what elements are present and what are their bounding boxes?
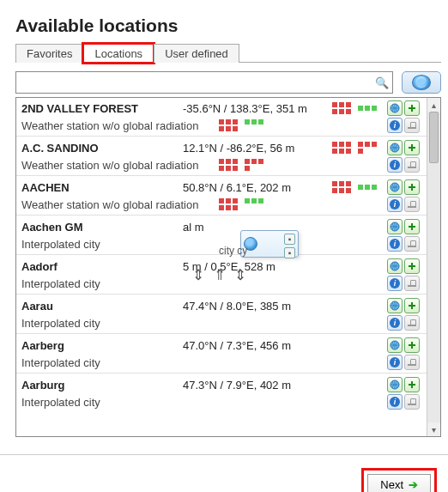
scroll-track[interactable] [427,112,440,422]
show-on-map-button[interactable] [387,179,403,195]
location-coords: 47.0°N / 7.3°E, 456 m [183,339,332,352]
tabs-bar: Favorites Locations User defined [15,43,441,63]
scroll-thumb[interactable] [429,112,439,163]
data-periods [332,102,387,114]
add-location-button[interactable] [404,179,420,195]
add-location-button[interactable] [404,337,420,353]
show-on-map-button[interactable] [387,298,403,313]
location-name: Aarau [21,300,183,313]
cursor-decor: ⇕ ⇑ ⇕ [192,266,249,284]
data-periods [332,181,387,193]
popup-top-icon: ▪ [284,234,295,245]
details-button[interactable] [404,394,420,410]
info-icon: i [390,199,400,210]
data-periods-extra [219,119,263,131]
scroll-down-icon[interactable]: ▾ [427,422,440,436]
add-location-button[interactable] [404,100,420,116]
show-on-map-button[interactable] [387,100,403,116]
add-location-button[interactable] [404,219,420,234]
location-row[interactable]: Aarburg47.3°N / 7.9°E, 402 mInterpolated… [16,374,427,410]
location-row[interactable]: AACHEN50.8°N / 6.1°E, 202 mWeather stati… [16,177,427,213]
info-icon: i [390,160,400,170]
details-button[interactable] [404,157,420,173]
add-location-button[interactable] [404,140,420,155]
info-button[interactable]: i [387,394,403,410]
tooltip-popup: ▪ ▪ [240,230,299,258]
add-location-button[interactable] [404,298,420,313]
location-desc: Interpolated city [21,238,219,251]
search-input[interactable] [15,71,393,94]
row-divider [16,175,427,176]
add-location-button[interactable] [404,377,420,392]
show-on-map-button[interactable] [387,377,403,392]
details-button[interactable] [404,197,420,212]
next-button-label: Next [380,478,403,491]
popup-bottom-icon: ▪ [284,247,295,258]
add-location-button[interactable] [404,258,420,274]
location-name: AACHEN [21,181,183,194]
arrow-right-icon: ➔ [409,478,418,491]
show-on-map-button[interactable] [387,140,403,155]
info-button[interactable]: i [387,157,403,173]
info-button[interactable]: i [387,197,403,212]
data-periods-extra [219,159,263,171]
location-name: Aarburg [21,379,183,392]
location-coords: 47.4°N / 8.0°E, 385 m [183,300,332,313]
location-desc: Interpolated city [21,277,219,290]
cursor-label: city cy [219,245,247,257]
row-divider [16,136,427,137]
location-name: A.C. SANDINO [21,142,183,155]
info-icon: i [390,120,400,131]
location-name: Aarberg [21,339,183,352]
tab-favorites[interactable]: Favorites [15,44,83,63]
location-desc: Interpolated city [21,396,219,409]
location-desc: Weather station w/o global radiation [21,119,219,132]
location-name: Aadorf [21,260,183,273]
location-coords: 12.1°N / -86.2°E, 56 m [183,142,332,155]
tab-locations[interactable]: Locations [83,44,154,63]
row-divider [16,333,427,334]
data-periods-extra [219,198,263,210]
info-icon: i [390,397,400,407]
location-desc: Weather station w/o global radiation [21,198,219,211]
info-button[interactable]: i [387,355,403,370]
info-icon: i [390,357,400,367]
next-button[interactable]: Next ➔ [367,474,431,492]
info-icon: i [390,278,400,289]
info-button[interactable]: i [387,118,403,133]
info-button[interactable]: i [387,276,403,291]
info-button[interactable]: i [387,315,403,331]
location-coords: 47.3°N / 7.9°E, 402 m [183,379,332,392]
details-button[interactable] [404,118,420,133]
row-divider [16,294,427,295]
info-button[interactable]: i [387,236,403,252]
location-coords: 50.8°N / 6.1°E, 202 m [183,181,332,194]
show-on-map-button[interactable] [387,337,403,353]
location-name: Aachen GM [21,221,183,234]
location-row[interactable]: A.C. SANDINO12.1°N / -86.2°E, 56 mWeathe… [16,137,427,173]
location-row[interactable]: Aarberg47.0°N / 7.3°E, 456 mInterpolated… [16,335,427,371]
row-divider [16,373,427,374]
row-divider [16,215,427,216]
location-coords: -35.6°N / 138.3°E, 351 m [183,102,332,115]
location-desc: Interpolated city [21,356,219,369]
show-on-map-button[interactable] [387,219,403,234]
details-button[interactable] [404,276,420,291]
location-row[interactable]: Aarau47.4°N / 8.0°E, 385 mInterpolated c… [16,295,427,331]
tab-user-defined[interactable]: User defined [154,44,239,63]
globe-icon [412,75,431,90]
details-button[interactable] [404,236,420,252]
info-icon: i [390,318,400,328]
location-row[interactable]: 2ND VALLEY FOREST-35.6°N / 138.3°E, 351 … [16,98,427,134]
info-icon: i [390,239,400,249]
show-on-map-button[interactable] [387,258,403,274]
scrollbar[interactable]: ▴ ▾ [427,98,440,436]
location-desc: Weather station w/o global radiation [21,159,219,172]
details-button[interactable] [404,315,420,331]
location-name: 2ND VALLEY FOREST [21,102,183,115]
data-periods [332,142,387,154]
details-button[interactable] [404,355,420,370]
world-map-button[interactable] [402,71,441,94]
location-desc: Interpolated city [21,317,219,330]
scroll-up-icon[interactable]: ▴ [427,98,440,112]
